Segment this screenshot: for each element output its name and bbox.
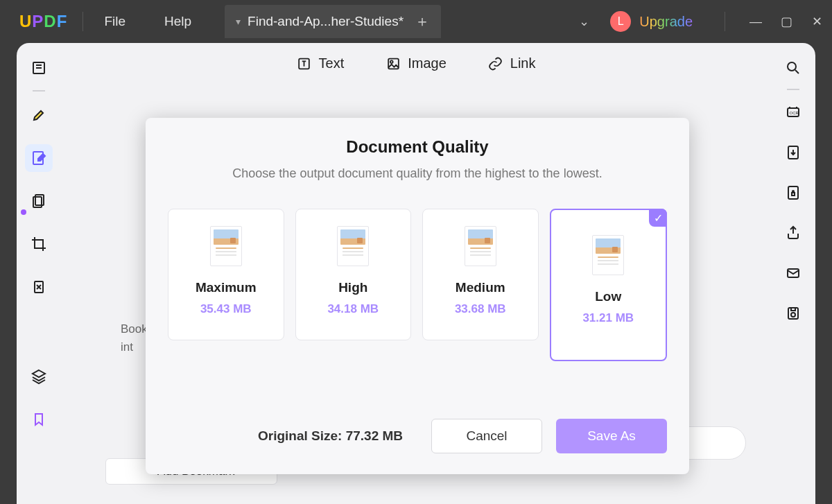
svg-rect-6 xyxy=(388,58,399,69)
window-close-icon[interactable]: ✕ xyxy=(801,14,832,29)
thumbnail-icon xyxy=(337,226,369,266)
upgrade-button[interactable]: Upgrade xyxy=(639,14,693,30)
new-tab-button[interactable]: ＋ xyxy=(415,11,430,32)
document-quality-dialog: Document Quality Choose the output docum… xyxy=(146,118,689,474)
quality-option-maximum[interactable]: Maximum 35.43 MB xyxy=(168,209,284,340)
edit-toolbar: Text Image Link xyxy=(297,55,536,71)
edit-tool[interactable] xyxy=(25,144,53,172)
quality-label: Medium xyxy=(456,280,505,295)
thumbnail-icon xyxy=(465,226,496,266)
crop-tool[interactable] xyxy=(25,230,53,258)
app-logo: UPDF xyxy=(19,12,67,31)
quality-option-medium[interactable]: Medium 33.68 MB xyxy=(422,209,539,340)
original-size-label: Original Size: 77.32 MB xyxy=(258,428,403,444)
highlighter-tool[interactable] xyxy=(25,101,53,129)
selected-check-icon: ✓ xyxy=(649,209,667,227)
share-icon[interactable] xyxy=(779,219,807,247)
bookmark-tool[interactable] xyxy=(25,406,53,433)
tab-title: Find-and-Ap...her-Studies* xyxy=(248,14,404,29)
convert-icon[interactable] xyxy=(779,139,807,166)
ocr-icon[interactable]: OCR xyxy=(779,98,807,126)
quality-label: Low xyxy=(595,289,621,304)
dialog-subtitle: Choose the output document quality from … xyxy=(168,166,667,181)
divider xyxy=(83,12,83,31)
workspace: Text Image Link Bookint OCR + Add Bookma… xyxy=(0,43,832,504)
cancel-button[interactable]: Cancel xyxy=(431,419,542,453)
svg-text:OCR: OCR xyxy=(790,111,799,115)
svg-point-16 xyxy=(791,313,795,317)
reader-tool[interactable] xyxy=(25,54,53,82)
tab-indicator-icon: ▾ xyxy=(236,16,241,27)
tabs-dropdown-icon[interactable]: ⌄ xyxy=(579,14,589,29)
save-as-button[interactable]: Save As xyxy=(556,419,667,453)
svg-rect-13 xyxy=(792,193,795,195)
menu-help[interactable]: Help xyxy=(159,11,197,32)
svg-point-7 xyxy=(390,60,393,63)
quality-size: 31.21 MB xyxy=(582,311,634,325)
bookmark-hint-text: Bookint xyxy=(121,320,148,356)
svg-rect-17 xyxy=(791,308,795,311)
right-toolbar: OCR xyxy=(779,54,807,340)
window-maximize-icon[interactable]: ▢ xyxy=(771,14,801,29)
quality-size: 35.43 MB xyxy=(200,302,252,316)
edit-image-button[interactable]: Image xyxy=(385,55,447,71)
quality-size: 33.68 MB xyxy=(455,302,506,316)
divider xyxy=(725,12,725,31)
window-minimize-icon[interactable]: — xyxy=(740,15,771,29)
menu-file[interactable]: File xyxy=(98,11,131,32)
dialog-title: Document Quality xyxy=(168,137,667,157)
quality-label: High xyxy=(338,280,367,295)
thumbnail-icon xyxy=(592,235,624,275)
search-icon[interactable] xyxy=(779,54,807,82)
quality-option-high[interactable]: High 34.18 MB xyxy=(295,209,412,340)
save-other-icon[interactable] xyxy=(779,299,807,327)
quality-label: Maximum xyxy=(196,280,257,295)
document-tab[interactable]: ▾ Find-and-Ap...her-Studies* ＋ xyxy=(225,5,441,38)
left-toolbar-bottom xyxy=(25,363,53,449)
quality-option-low[interactable]: ✓ Low 31.21 MB xyxy=(550,209,668,361)
quality-size: 34.18 MB xyxy=(327,302,379,316)
edit-link-button[interactable]: Link xyxy=(488,55,536,71)
protect-icon[interactable] xyxy=(779,179,807,207)
thumbnail-icon xyxy=(210,226,242,266)
redact-tool[interactable] xyxy=(25,273,53,301)
user-avatar[interactable]: L xyxy=(610,11,631,32)
mail-icon[interactable] xyxy=(779,259,807,287)
document-area: Text Image Link Bookint OCR + Add Bookma… xyxy=(17,43,815,504)
title-bar: UPDF File Help ▾ Find-and-Ap...her-Studi… xyxy=(0,0,832,43)
left-toolbar xyxy=(25,54,53,316)
layers-tool[interactable] xyxy=(25,363,53,390)
svg-point-8 xyxy=(788,62,796,71)
quality-options: Maximum 35.43 MB High 34.18 MB Medium 33… xyxy=(168,209,667,361)
edit-text-button[interactable]: Text xyxy=(297,55,345,71)
pages-tool[interactable] xyxy=(25,187,53,215)
